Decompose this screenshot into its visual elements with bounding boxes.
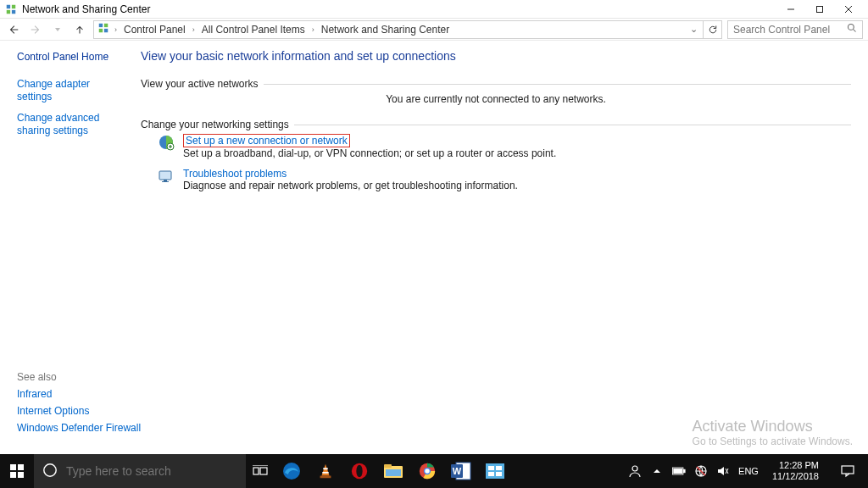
page-heading: View your basic network information and … bbox=[141, 49, 851, 63]
svg-rect-49 bbox=[683, 469, 685, 473]
start-button[interactable] bbox=[0, 454, 34, 488]
no-network-message: You are currently not connected to any n… bbox=[141, 93, 851, 105]
troubleshoot-link[interactable]: Troubleshoot problems bbox=[183, 168, 518, 180]
svg-rect-8 bbox=[99, 24, 103, 27]
system-tray: ENG 12:28 PM 11/12/2018 bbox=[623, 454, 868, 488]
svg-rect-22 bbox=[18, 472, 24, 478]
taskbar-search[interactable] bbox=[34, 454, 246, 488]
svg-rect-18 bbox=[162, 181, 169, 182]
battery-icon[interactable] bbox=[672, 464, 686, 478]
svg-rect-19 bbox=[10, 464, 16, 470]
control-panel-home-link[interactable]: Control Panel Home bbox=[17, 51, 127, 63]
svg-rect-25 bbox=[260, 468, 267, 474]
taskbar-app-chrome[interactable] bbox=[410, 454, 444, 488]
svg-rect-30 bbox=[322, 472, 328, 474]
troubleshoot-desc: Diagnose and repair network problems, or… bbox=[183, 180, 518, 191]
maximize-button[interactable] bbox=[805, 0, 834, 19]
chevron-down-icon[interactable]: ⌄ bbox=[688, 24, 699, 35]
network-center-icon bbox=[5, 3, 17, 15]
up-button[interactable] bbox=[71, 21, 88, 38]
network-icon[interactable] bbox=[694, 464, 708, 478]
svg-rect-42 bbox=[486, 463, 504, 479]
svg-rect-55 bbox=[842, 466, 854, 474]
breadcrumb[interactable]: › Control Panel › All Control Panel Item… bbox=[93, 20, 704, 39]
search-icon[interactable] bbox=[847, 23, 857, 36]
language-indicator[interactable]: ENG bbox=[738, 466, 759, 476]
svg-rect-46 bbox=[496, 472, 502, 476]
breadcrumb-control-panel[interactable]: Control Panel bbox=[122, 24, 187, 36]
task-troubleshoot[interactable]: Troubleshoot problems Diagnose and repai… bbox=[158, 168, 851, 191]
search-input[interactable] bbox=[733, 24, 835, 36]
taskbar-app-settings[interactable] bbox=[478, 454, 512, 488]
svg-point-38 bbox=[425, 469, 430, 474]
highlight-box: Set up a new connection or network bbox=[183, 134, 350, 147]
forward-button[interactable] bbox=[27, 21, 44, 38]
taskbar-app-opera[interactable] bbox=[342, 454, 376, 488]
svg-point-23 bbox=[44, 463, 56, 475]
svg-rect-16 bbox=[159, 171, 171, 180]
back-button[interactable] bbox=[5, 21, 22, 38]
svg-rect-35 bbox=[386, 469, 401, 476]
svg-point-32 bbox=[356, 465, 362, 478]
svg-rect-17 bbox=[164, 180, 167, 181]
clock-time: 12:28 PM bbox=[772, 460, 819, 471]
see-also-firewall[interactable]: Windows Defender Firewall bbox=[17, 422, 141, 434]
chevron-right-icon[interactable]: › bbox=[191, 25, 197, 34]
svg-rect-43 bbox=[488, 466, 494, 470]
see-also-infrared[interactable]: Infrared bbox=[17, 388, 141, 400]
svg-rect-29 bbox=[323, 468, 328, 469]
clock-date: 11/12/2018 bbox=[772, 471, 819, 482]
breadcrumb-network-center[interactable]: Network and Sharing Center bbox=[320, 24, 451, 36]
divider bbox=[264, 84, 851, 85]
activate-windows-watermark: Activate Windows Go to Settings to activ… bbox=[693, 418, 853, 447]
svg-rect-44 bbox=[496, 466, 502, 470]
close-button[interactable] bbox=[834, 0, 863, 19]
tray-expand-icon[interactable] bbox=[650, 464, 664, 478]
svg-point-12 bbox=[849, 25, 854, 30]
action-center-button[interactable] bbox=[832, 454, 863, 488]
setup-connection-icon bbox=[158, 134, 175, 151]
cortana-icon bbox=[42, 463, 58, 480]
svg-line-13 bbox=[854, 30, 856, 32]
breadcrumb-all-items[interactable]: All Control Panel Items bbox=[200, 24, 307, 36]
svg-rect-21 bbox=[10, 472, 16, 478]
svg-rect-9 bbox=[104, 24, 108, 27]
activate-title: Activate Windows bbox=[693, 418, 853, 435]
svg-rect-0 bbox=[7, 4, 10, 8]
setup-connection-link[interactable]: Set up a new connection or network bbox=[186, 135, 348, 147]
people-icon[interactable] bbox=[628, 464, 642, 478]
taskbar-app-explorer[interactable] bbox=[376, 454, 410, 488]
svg-rect-2 bbox=[7, 9, 10, 13]
address-bar: › Control Panel › All Control Panel Item… bbox=[0, 19, 868, 41]
chevron-right-icon[interactable]: › bbox=[113, 25, 119, 34]
taskbar: W ENG 12:28 PM 11/12/2018 bbox=[0, 454, 868, 488]
see-also-internet-options[interactable]: Internet Options bbox=[17, 405, 141, 417]
chevron-right-icon[interactable]: › bbox=[310, 25, 316, 34]
svg-rect-10 bbox=[99, 29, 103, 32]
volume-icon[interactable] bbox=[716, 464, 730, 478]
window-titlebar: Network and Sharing Center bbox=[0, 0, 868, 19]
refresh-button[interactable] bbox=[704, 20, 722, 39]
svg-rect-50 bbox=[674, 469, 682, 473]
taskbar-search-input[interactable] bbox=[66, 464, 219, 478]
activate-subtitle: Go to Settings to activate Windows. bbox=[693, 435, 853, 447]
clock[interactable]: 12:28 PM 11/12/2018 bbox=[767, 460, 824, 482]
task-view-button[interactable] bbox=[246, 454, 275, 488]
taskbar-app-edge[interactable] bbox=[275, 454, 309, 488]
see-also-header: See also bbox=[17, 371, 141, 383]
change-adapter-settings-link[interactable]: Change adapter settings bbox=[17, 78, 127, 103]
recent-dropdown-button[interactable] bbox=[49, 21, 66, 38]
task-setup-connection[interactable]: Set up a new connection or network Set u… bbox=[158, 134, 851, 159]
breadcrumb-icon bbox=[97, 22, 109, 36]
svg-rect-45 bbox=[488, 472, 494, 476]
setup-connection-desc: Set up a broadband, dial-up, or VPN conn… bbox=[183, 147, 556, 159]
search-box[interactable] bbox=[727, 20, 863, 39]
divider bbox=[294, 125, 851, 125]
change-advanced-sharing-link[interactable]: Change advanced sharing settings bbox=[17, 112, 127, 137]
svg-rect-1 bbox=[12, 4, 15, 8]
section-active-networks: View your active networks bbox=[141, 78, 259, 90]
svg-rect-5 bbox=[817, 6, 823, 12]
minimize-button[interactable] bbox=[776, 0, 805, 19]
taskbar-app-word[interactable]: W bbox=[444, 454, 478, 488]
taskbar-app-vlc[interactable] bbox=[309, 454, 342, 488]
